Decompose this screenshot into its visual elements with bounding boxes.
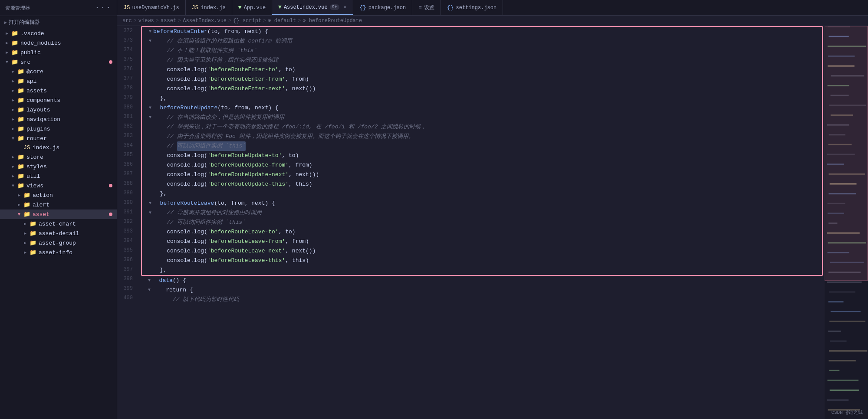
folder-chevron: ▶ xyxy=(10,117,16,122)
sidebar-item-action[interactable]: ▶📁action xyxy=(0,190,117,200)
sidebar-item-asset-chart[interactable]: ▶📁asset-chart xyxy=(0,219,117,229)
item-label: styles xyxy=(26,164,112,170)
fold-arrow-399[interactable]: ▼ xyxy=(146,285,152,295)
folder-chevron: ▼ xyxy=(10,136,16,141)
line-number-384: 384 xyxy=(117,141,136,150)
line-number-397: 397 xyxy=(117,265,136,274)
breadcrumb-part-6[interactable]: AssetIndex.vue xyxy=(183,18,227,24)
code-line-393: console.log('beforeRouteLeave-to', to) xyxy=(142,227,822,237)
code-segment: // 由于会渲染同样的 Foo 组件，因此组件实例会被复用。而这个钩子就会在这个… xyxy=(153,132,414,141)
code-segment: 'beforeRouteUpdate-this' xyxy=(207,180,289,189)
item-label: src xyxy=(20,59,109,65)
sidebar-item-api[interactable]: ▶📁api xyxy=(0,76,117,86)
breadcrumb-part-12[interactable]: ⊙ beforeRouteUpdate xyxy=(302,17,362,24)
sidebar-item-asset-group[interactable]: ▶📁asset-group xyxy=(0,238,117,248)
code-segment: return { xyxy=(152,285,193,295)
code-segment: console.log( xyxy=(153,151,207,160)
fold-arrow-391[interactable]: ▼ xyxy=(147,208,153,218)
sidebar-menu-button[interactable]: ··· xyxy=(95,3,112,12)
code-segment: 'beforeRouteLeave-from' xyxy=(207,237,285,246)
breadcrumb-part-2[interactable]: views xyxy=(138,18,154,24)
code-segment: , to) xyxy=(279,65,296,75)
sidebar-item-public[interactable]: ▶📁public xyxy=(0,48,117,57)
breadcrumb-part-8[interactable]: {} script xyxy=(233,18,261,24)
breadcrumb-part-4[interactable]: asset xyxy=(161,18,176,24)
modified-dot xyxy=(109,184,112,187)
folder-icon: 📁 xyxy=(17,154,24,160)
folder-icon: 📁 xyxy=(30,220,36,227)
file-chevron xyxy=(16,145,22,150)
sidebar-item-styles[interactable]: ▶📁styles xyxy=(0,162,117,171)
folder-chevron: ▶ xyxy=(10,98,16,103)
code-line-397: }, xyxy=(142,265,822,275)
item-label: alert xyxy=(33,202,112,208)
code-segment: 'beforeRouteUpdate-to' xyxy=(207,151,282,160)
open-editors-section[interactable]: ▶ 打开的编辑器 xyxy=(0,16,117,29)
item-label: asset-detail xyxy=(39,230,112,237)
tab-index[interactable]: JSindex.js xyxy=(186,0,232,15)
sidebar-item-router[interactable]: ▼📁router xyxy=(0,134,117,143)
code-after-box: ▼ data() {▼ return { // 以下代码为暂时性代码 xyxy=(141,276,825,304)
minimap-canvas xyxy=(825,26,868,419)
sidebar-item-asset[interactable]: ▼📁asset xyxy=(0,210,117,219)
sidebar-item-asset-info[interactable]: ▶📁asset-info xyxy=(0,248,117,257)
sidebar-item-components[interactable]: ▶📁components xyxy=(0,95,117,105)
folder-chevron: ▶ xyxy=(23,240,28,246)
sidebar-item-store[interactable]: ▶📁store xyxy=(0,152,117,162)
fold-arrow-390[interactable]: ▼ xyxy=(147,199,153,208)
sidebar-item-assets[interactable]: ▶📁assets xyxy=(0,86,117,95)
tab-AssetIndex[interactable]: ▼AssetIndex.vue9+× xyxy=(272,0,353,15)
folder-icon: 📁 xyxy=(17,97,24,104)
sidebar-item-vscode[interactable]: ▶📁.vscode xyxy=(0,29,117,38)
folder-icon: 📁 xyxy=(23,201,30,208)
item-label: views xyxy=(26,183,109,189)
code-segment: console.log( xyxy=(153,227,207,237)
sidebar-item-navigation[interactable]: ▶📁navigation xyxy=(0,115,117,124)
code-segment: // 以下代码为暂时性代码 xyxy=(152,295,239,304)
sidebar-item-alert[interactable]: ▶📁alert xyxy=(0,200,117,210)
item-label: components xyxy=(26,97,112,104)
tab-package[interactable]: {}package.json xyxy=(353,0,412,15)
code-content[interactable]: ▼beforeRouteEnter(to, from, next) {▼ // … xyxy=(140,26,825,419)
code-segment: , from) xyxy=(285,75,309,84)
breadcrumb: src>views>asset>AssetIndex.vue>{} script… xyxy=(117,16,868,26)
sidebar-item-src[interactable]: ▼📁src xyxy=(0,57,117,67)
item-label: router xyxy=(26,135,112,142)
code-segment: , next()) xyxy=(285,246,316,256)
breadcrumb-part-0[interactable]: src xyxy=(122,18,132,24)
folder-icon: 📁 xyxy=(11,39,18,46)
code-segment: 'beforeRouteLeave-next' xyxy=(207,246,285,256)
sidebar-item-node_modules[interactable]: ▶📁node_modules xyxy=(0,38,117,48)
fold-arrow-372[interactable]: ▼ xyxy=(147,27,153,36)
sidebar-item-plugins[interactable]: ▶📁plugins xyxy=(0,124,117,134)
code-line-377: console.log('beforeRouteEnter-from', fro… xyxy=(142,75,822,84)
fold-arrow-398[interactable]: ▼ xyxy=(146,276,152,285)
sidebar-item-layouts[interactable]: ▶📁layouts xyxy=(0,105,117,115)
line-number-390: 390 xyxy=(117,198,136,207)
line-number-378: 378 xyxy=(117,83,136,93)
tab-label-App: App.vue xyxy=(244,5,266,11)
code-line-388: console.log('beforeRouteUpdate-this', th… xyxy=(142,180,822,189)
sidebar-item-views[interactable]: ▼📁views xyxy=(0,181,117,190)
sidebar-item-core[interactable]: ▶📁@core xyxy=(0,67,117,76)
sidebar-item-asset-detail[interactable]: ▶📁asset-detail xyxy=(0,229,117,238)
line-number-377: 377 xyxy=(117,74,136,83)
sidebar-item-router_index[interactable]: JSindex.js xyxy=(0,143,117,152)
code-segment: console.log( xyxy=(153,170,207,180)
item-label: action xyxy=(33,192,112,199)
sidebar-item-util[interactable]: ▶📁util xyxy=(0,171,117,181)
tab-App[interactable]: ▼App.vue xyxy=(232,0,272,15)
tab-settings_cn[interactable]: ≡设置 xyxy=(412,0,441,15)
folder-icon: 📁 xyxy=(23,211,30,218)
item-label: api xyxy=(26,78,112,85)
breadcrumb-part-10[interactable]: ⊙ default xyxy=(268,17,296,24)
tab-close-AssetIndex[interactable]: × xyxy=(343,4,347,11)
tab-useDynamicVh[interactable]: JSuseDynamicVh.js xyxy=(117,0,186,15)
folder-icon: 📁 xyxy=(11,30,18,37)
tab-settings_json[interactable]: {}settings.json xyxy=(441,0,503,15)
fold-arrow-373[interactable]: ▼ xyxy=(147,36,153,46)
folder-icon: 📁 xyxy=(17,173,24,180)
fold-arrow-381[interactable]: ▼ xyxy=(147,113,153,122)
fold-arrow-380[interactable]: ▼ xyxy=(147,103,153,113)
tab-icon-settings_cn: ≡ xyxy=(418,4,422,11)
